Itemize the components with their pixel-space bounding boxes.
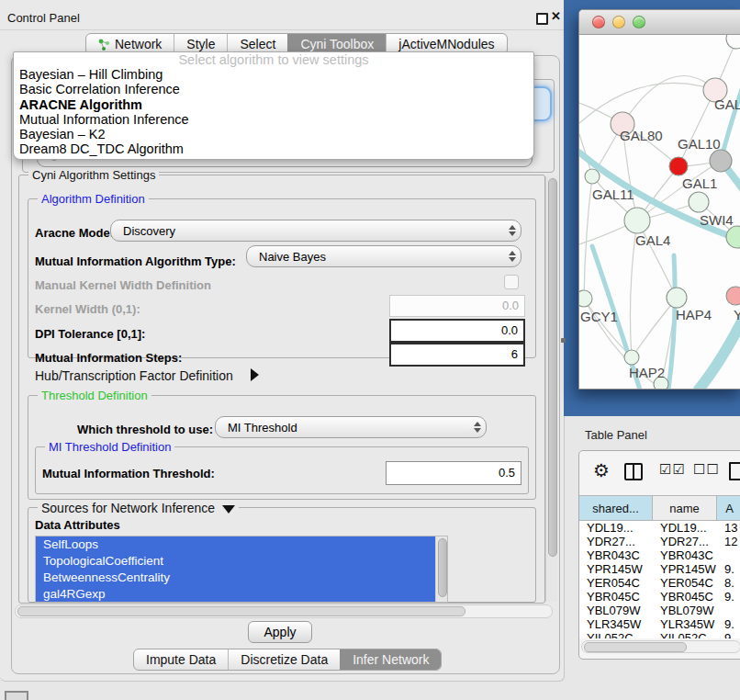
algorithm-option[interactable]: Mutual Information Inference bbox=[14, 112, 533, 127]
algorithm-option[interactable]: Basic Correlation Inference bbox=[14, 82, 533, 96]
network-graph[interactable]: GALGAL80GAL10GAL1GAL11SWI4GAL4GCY1HAP4YH… bbox=[579, 35, 740, 389]
table-row[interactable]: YDL19...YDL19...13 bbox=[579, 521, 740, 535]
zoom-traffic-light-icon[interactable] bbox=[633, 16, 645, 28]
table-row[interactable]: YIL052CYIL052C9 bbox=[579, 631, 740, 638]
combo-arrows-icon bbox=[469, 422, 486, 433]
network-node-label: GAL4 bbox=[635, 232, 670, 248]
attributes-scrollbar[interactable] bbox=[435, 536, 447, 602]
algorithm-option[interactable]: ARACNE Algorithm bbox=[14, 97, 533, 112]
table-row[interactable]: YPR145WYPR145W9. bbox=[579, 562, 740, 576]
table-cell: YBR045C bbox=[579, 590, 653, 604]
column-header-shared[interactable]: shared... bbox=[579, 496, 653, 520]
network-node-gal4[interactable] bbox=[624, 208, 650, 233]
algorithm-option[interactable]: Bayesian – Hill Climbing bbox=[14, 67, 533, 82]
network-node[interactable] bbox=[726, 35, 740, 49]
float-window-icon[interactable] bbox=[536, 13, 548, 25]
settings-horizontal-scrollbar[interactable] bbox=[15, 604, 553, 618]
network-node-y[interactable] bbox=[726, 287, 740, 305]
splitter-handle[interactable] bbox=[561, 338, 566, 343]
network-node-label: GAL1 bbox=[682, 175, 717, 191]
network-node-gal10[interactable] bbox=[710, 150, 732, 172]
table-cell: YBR043C bbox=[653, 548, 717, 562]
network-edge[interactable] bbox=[579, 83, 715, 123]
table-cell: YBL079W bbox=[579, 604, 653, 617]
network-node-label: SWI4 bbox=[700, 212, 734, 228]
settings-horizontal-scrollbar-thumb[interactable] bbox=[17, 606, 465, 616]
table-cell: YER054C bbox=[579, 576, 653, 590]
mi-steps-field[interactable]: 6 bbox=[389, 343, 525, 367]
dpi-tolerance-field[interactable]: 0.0 bbox=[389, 319, 525, 343]
network-edge-strong[interactable] bbox=[668, 255, 675, 389]
network-node-hap4[interactable] bbox=[667, 288, 687, 308]
network-node[interactable] bbox=[669, 157, 688, 175]
control-panel-titlebar[interactable] bbox=[0, 6, 564, 30]
data-attribute-item[interactable]: gal4RGexp bbox=[36, 586, 447, 603]
data-attribute-item[interactable]: TopologicalCoefficient bbox=[36, 553, 447, 570]
aracne-mode-label: Aracne Mode: bbox=[35, 226, 114, 240]
network-node-gal1[interactable] bbox=[689, 192, 709, 212]
table-cell: YIL052C bbox=[653, 631, 717, 638]
table-cell: YER054C bbox=[653, 576, 717, 590]
new-table-icon[interactable] bbox=[729, 462, 740, 480]
table-row[interactable]: YDR27...YDR27...12 bbox=[579, 535, 740, 548]
algorithm-option[interactable]: Bayesian – K2 bbox=[14, 127, 533, 141]
column-header-name[interactable]: name bbox=[653, 496, 717, 520]
table-horizontal-scrollbar[interactable] bbox=[581, 640, 740, 653]
table-row[interactable]: YBR045CYBR045C9. bbox=[579, 590, 740, 604]
manual-kernel-label: Manual Kernel Width Definition bbox=[35, 278, 211, 292]
tab-label: Style bbox=[186, 37, 215, 51]
checked-columns-icon[interactable]: ☑☑ bbox=[659, 461, 686, 478]
kernel-width-field[interactable]: 0.0 bbox=[389, 295, 525, 317]
manual-kernel-checkbox[interactable] bbox=[504, 275, 519, 289]
mi-type-label: Mutual Information Algorithm Type: bbox=[35, 254, 236, 268]
cyni-algorithm-settings-title: Cyni Algorithm Settings bbox=[28, 168, 159, 182]
table-horizontal-scrollbar-thumb[interactable] bbox=[584, 642, 687, 652]
which-threshold-label: Which threshold to use: bbox=[77, 423, 213, 436]
network-node-gcy1[interactable] bbox=[579, 290, 592, 307]
collapsed-panel-chip[interactable] bbox=[5, 691, 28, 700]
network-node-gal11[interactable] bbox=[585, 169, 600, 184]
table-cell: 9. bbox=[717, 617, 740, 631]
algorithm-option[interactable]: Dream8 DC_TDC Algorithm bbox=[14, 141, 533, 156]
network-edge[interactable] bbox=[678, 90, 715, 166]
table-cell: 12 bbox=[717, 535, 740, 548]
which-threshold-combo[interactable]: MI Threshold bbox=[215, 416, 487, 438]
network-node-swi4[interactable] bbox=[726, 226, 740, 248]
data-attribute-item[interactable]: SelfLoops bbox=[36, 536, 447, 553]
mi-type-value: Naive Bayes bbox=[247, 250, 504, 264]
minimize-traffic-light-icon[interactable] bbox=[612, 16, 625, 28]
aracne-mode-combo[interactable]: Discovery bbox=[110, 220, 521, 242]
network-node-hap2[interactable] bbox=[624, 350, 639, 365]
table-row[interactable]: YBL079WYBL079W bbox=[579, 604, 740, 617]
collapse-arrow-icon[interactable] bbox=[222, 505, 235, 514]
split-columns-icon[interactable] bbox=[624, 463, 643, 480]
control-panel-window: Control Panel ✕ NetworkStyleSelectCyni T… bbox=[0, 0, 565, 682]
sources-title[interactable]: Sources for Network Inference bbox=[38, 501, 239, 515]
network-edge[interactable] bbox=[632, 298, 677, 357]
settings-vertical-scrollbar[interactable] bbox=[545, 176, 557, 602]
attributes-scrollbar-thumb[interactable] bbox=[438, 538, 447, 597]
table-row[interactable]: YLR345WYLR345W9. bbox=[579, 617, 740, 631]
settings-gear-icon[interactable]: ⚙ bbox=[593, 461, 610, 480]
close-traffic-light-icon[interactable] bbox=[592, 16, 605, 28]
unchecked-columns-icon[interactable]: ☐☐ bbox=[693, 461, 720, 478]
data-attributes-list[interactable]: SelfLoopsTopologicalCoefficientBetweenne… bbox=[35, 536, 448, 603]
hub-definition-label[interactable]: Hub/Transcription Factor Definition bbox=[35, 368, 233, 383]
table-cell: 9. bbox=[717, 562, 740, 576]
network-window-titlebar[interactable] bbox=[579, 10, 740, 35]
network-canvas[interactable]: GALGAL80GAL10GAL1GAL11SWI4GAL4GCY1HAP4YH… bbox=[579, 35, 740, 389]
data-attribute-item[interactable]: BetweennessCentrality bbox=[36, 570, 447, 586]
mi-threshold-field[interactable]: 0.5 bbox=[386, 461, 521, 485]
mi-type-combo[interactable]: Naive Bayes bbox=[246, 245, 521, 267]
network-node-label: GAL10 bbox=[678, 136, 721, 152]
network-node-label: HAP4 bbox=[676, 307, 712, 322]
settings-vertical-scrollbar-thumb[interactable] bbox=[548, 178, 557, 557]
table-row[interactable]: YBR043CYBR043C bbox=[579, 548, 740, 562]
close-icon[interactable]: ✕ bbox=[551, 9, 561, 23]
apply-button[interactable]: Apply bbox=[248, 621, 312, 643]
network-edge[interactable] bbox=[584, 176, 592, 299]
column-header-a[interactable]: A bbox=[717, 496, 740, 520]
table-row[interactable]: YER054CYER054C8. bbox=[579, 576, 740, 590]
network-edge-strong[interactable] bbox=[699, 320, 740, 389]
table-cell: YBR043C bbox=[579, 548, 653, 562]
